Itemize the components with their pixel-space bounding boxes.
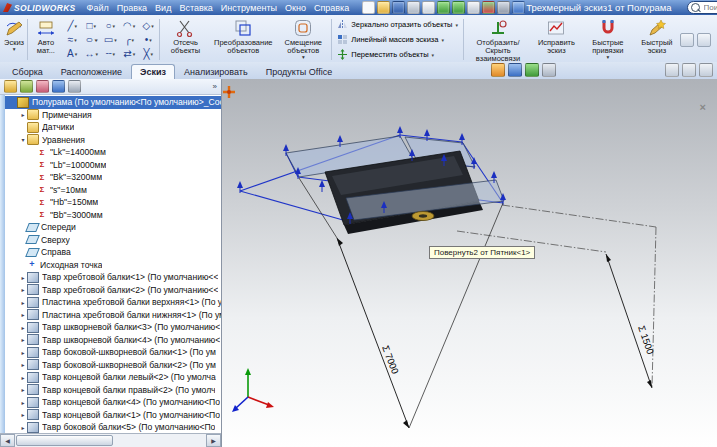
- tree-item-right-plane[interactable]: Справа: [5, 246, 221, 259]
- tree-item-origin[interactable]: + Исходная точка: [5, 259, 221, 272]
- featuremanager-tree-icon[interactable]: [4, 80, 17, 93]
- close-sketch-icon[interactable]: ×: [700, 101, 706, 113]
- tree-item-front-plane[interactable]: Спереди: [5, 221, 221, 234]
- dimension-1500[interactable]: Σ 1500: [606, 254, 656, 388]
- display-relations-button[interactable]: Отобразить/Скрыть взаимосвязи: [465, 16, 531, 63]
- rebuild-icon[interactable]: [482, 1, 495, 14]
- displaymanager-icon[interactable]: [68, 80, 81, 93]
- help-icon[interactable]: [512, 1, 525, 14]
- tree-item-equation[interactable]: Σ "s"=10мм: [5, 184, 221, 197]
- tree-item-part[interactable]: ▸ Тавр шкворневой балки<4> (По умолчанию…: [5, 334, 221, 347]
- polygon-tool-icon[interactable]: ◇: [139, 19, 158, 33]
- configurationmanager-icon[interactable]: [36, 80, 49, 93]
- tree-item-part[interactable]: ▸ Тавр хребтовой балки<2> (По умолчанию<…: [5, 284, 221, 297]
- tree-item-part[interactable]: ▸ Тавр хребтовой балки<1> (По умолчанию<…: [5, 271, 221, 284]
- tree-item-part[interactable]: ▸ Тавр боковой-шкворневой балки<2> (По у…: [5, 359, 221, 372]
- tree-item-part[interactable]: ▸ Пластина хребтовой балки нижняя<1> (По…: [5, 309, 221, 322]
- print-preview-icon[interactable]: [422, 1, 435, 14]
- circle-tool-icon[interactable]: ○: [101, 19, 120, 33]
- tree-expander-icon[interactable]: ▾: [19, 136, 27, 143]
- construction-tool-icon[interactable]: ⇄: [120, 47, 139, 61]
- linear-pattern-button[interactable]: Линейный массив эскиза: [335, 33, 460, 46]
- tree-expander-icon[interactable]: ▸: [19, 374, 27, 381]
- tree-item-equation[interactable]: Σ "Hb"=150мм: [5, 196, 221, 209]
- tree-item-equation[interactable]: Σ "Bk"=3200мм: [5, 171, 221, 184]
- tab-evaluate[interactable]: Анализировать: [175, 64, 257, 79]
- trim-entities-button[interactable]: Отсечь объекты: [161, 16, 211, 63]
- tree-item-part[interactable]: ▸ Тавр концевой балки<1> (По умолчанию<П…: [5, 409, 221, 422]
- tree-item-part[interactable]: ▸ Тавр боковой-шкворневой балки<1> (По у…: [5, 346, 221, 359]
- fillet-tool-icon[interactable]: ╭: [120, 33, 139, 47]
- tree-expander-icon[interactable]: ▸: [19, 299, 27, 306]
- tree-item-sensors[interactable]: Датчики: [5, 121, 221, 134]
- arc-tool-icon[interactable]: ◠: [120, 19, 139, 33]
- text-tool-icon[interactable]: А: [63, 47, 82, 61]
- tab-sketch[interactable]: Эскиз: [131, 64, 175, 79]
- tree-expander-icon[interactable]: ▸: [19, 286, 27, 293]
- search-input[interactable]: [702, 2, 717, 13]
- tree-expander-icon[interactable]: ▸: [19, 336, 27, 343]
- search-box[interactable]: [687, 1, 717, 14]
- quick-snaps-button[interactable]: Быстрые привязки: [582, 16, 634, 63]
- rectangle-tool-icon[interactable]: □: [82, 19, 101, 33]
- new-document-icon[interactable]: [362, 1, 375, 14]
- trim-small-tool-icon[interactable]: ╳: [139, 47, 158, 61]
- select-icon[interactable]: [467, 1, 480, 14]
- rapid-sketch-button[interactable]: Быстрый эскиз: [634, 16, 680, 63]
- tree-expander-icon[interactable]: ▸: [19, 411, 27, 418]
- ellipse-tool-icon[interactable]: ○: [79, 33, 104, 47]
- sketch-button[interactable]: Эскиз: [2, 16, 26, 63]
- hide-show-items-icon[interactable]: [525, 63, 539, 77]
- menu-tools[interactable]: Инструменты: [217, 3, 281, 13]
- tree-item-equation[interactable]: Σ "Lk"=14000мм: [5, 146, 221, 159]
- open-document-icon[interactable]: [377, 1, 390, 14]
- tree-expander-icon[interactable]: ▸: [19, 311, 27, 318]
- tree-item-root[interactable]: Полурама (По умолчанию<По умолчанию>_Сос…: [5, 96, 221, 109]
- options-icon[interactable]: [497, 1, 510, 14]
- tab-office-products[interactable]: Продукты Office: [257, 64, 342, 79]
- scrollbar-thumb[interactable]: [16, 435, 113, 446]
- propertymanager-icon[interactable]: [20, 80, 33, 93]
- tree-expander-icon[interactable]: ▸: [19, 424, 27, 431]
- menu-insert[interactable]: Вставка: [175, 3, 216, 13]
- print-icon[interactable]: [407, 1, 420, 14]
- tree-item-part[interactable]: ▸ Тавр концевой балки<4> (По умолчанию<П…: [5, 396, 221, 409]
- tree-expander-icon[interactable]: ▸: [19, 274, 27, 281]
- scroll-left-icon[interactable]: ◀: [0, 434, 15, 447]
- move-entities-button[interactable]: Переместить объекты: [335, 48, 460, 61]
- ribbon-overflow-icon[interactable]: [680, 33, 694, 47]
- undo-icon[interactable]: [437, 1, 450, 14]
- point-tool-icon[interactable]: •: [139, 33, 158, 47]
- tree-item-top-plane[interactable]: Сверху: [5, 234, 221, 247]
- coordinate-system-icon[interactable]: [222, 85, 236, 99]
- fullscreen-icon[interactable]: [699, 63, 713, 77]
- tree-item-part[interactable]: ▸ Тавр концевой балки левый<2> (По умолч…: [5, 371, 221, 384]
- menu-help[interactable]: Справка: [310, 3, 353, 13]
- ribbon-overflow-icon[interactable]: [697, 33, 711, 47]
- appearance-icon[interactable]: [542, 63, 556, 77]
- graphics-area[interactable]: Σ 7000 Σ 1500 Повернуть2 от Пятник<1>: [222, 79, 717, 447]
- view-orientation-icon[interactable]: [491, 63, 505, 77]
- mirror-entities-button[interactable]: Зеркально отразить объекты: [335, 18, 460, 31]
- tree-item-part[interactable]: ▸ Тавр боковой балки<5> (По умолчанию<По: [5, 421, 221, 433]
- centerline-tool-icon[interactable]: ╌: [101, 47, 120, 61]
- tree-item-part[interactable]: ▸ Тавр шкворневой балки<3> (По умолчанию…: [5, 321, 221, 334]
- tree-expander-icon[interactable]: ▸: [19, 361, 27, 368]
- menu-file[interactable]: Файл: [83, 3, 113, 13]
- line-tool-icon[interactable]: ╱: [63, 19, 82, 33]
- tab-layout[interactable]: Расположение: [52, 64, 131, 79]
- tree-item-annotations[interactable]: ▸ Примечания: [5, 109, 221, 122]
- tree-expander-icon[interactable]: ▸: [19, 386, 27, 393]
- tree-item-equation[interactable]: Σ "Lb"=10000мм: [5, 159, 221, 172]
- menu-window[interactable]: Окно: [281, 3, 310, 13]
- menu-edit[interactable]: Правка: [113, 3, 151, 13]
- tree-expander-icon[interactable]: ▸: [19, 349, 27, 356]
- tree-expander-icon[interactable]: ▸: [19, 399, 27, 406]
- task-pane-icon[interactable]: [682, 63, 696, 77]
- dimension-tool-icon[interactable]: ↔: [82, 47, 101, 61]
- menu-view[interactable]: Вид: [151, 3, 175, 13]
- viewport-layout-icon[interactable]: [665, 63, 679, 77]
- tree-item-equations[interactable]: ▾ Уравнения: [5, 134, 221, 147]
- tree-item-equation[interactable]: Σ "Bb"=3000мм: [5, 209, 221, 222]
- tree-item-part[interactable]: ▸ Тавр концевой балки правый<2> (По умол…: [5, 384, 221, 397]
